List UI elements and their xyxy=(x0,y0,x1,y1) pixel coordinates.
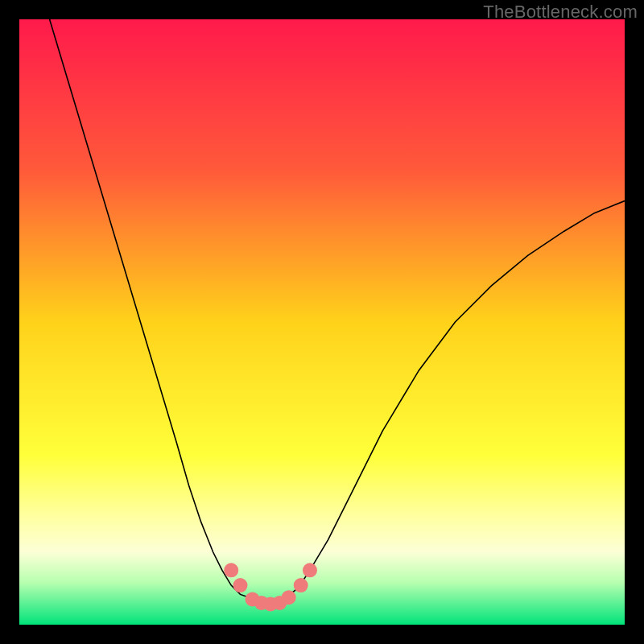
valley-marker xyxy=(233,578,247,592)
chart-svg xyxy=(19,19,625,625)
valley-marker xyxy=(303,563,317,577)
valley-marker xyxy=(224,563,238,577)
watermark-text: TheBottleneck.com xyxy=(483,2,638,23)
valley-marker xyxy=(294,578,308,592)
valley-marker xyxy=(282,590,296,605)
chart-background xyxy=(19,19,625,625)
chart-frame xyxy=(19,19,625,625)
